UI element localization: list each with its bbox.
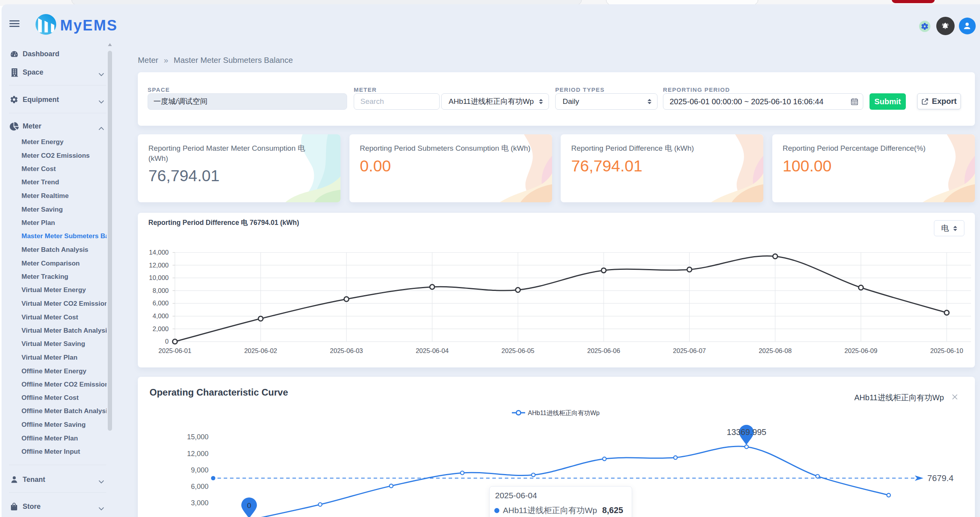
svg-text:2,000: 2,000 [153,325,169,332]
svg-text:9,000: 9,000 [191,466,208,474]
svg-text:10,000: 10,000 [149,274,169,281]
svg-text:2025-06-01: 2025-06-01 [159,347,191,354]
svg-text:2025-06-08: 2025-06-08 [759,347,791,354]
svg-text:0: 0 [165,338,169,345]
svg-text:2025-06-03: 2025-06-03 [330,347,363,354]
svg-text:4,000: 4,000 [153,312,169,319]
svg-text:3,000: 3,000 [191,499,208,507]
svg-text:2025-06-06: 2025-06-06 [587,347,620,354]
svg-text:2025-06-10: 2025-06-10 [930,347,963,354]
svg-text:8,000: 8,000 [153,287,169,294]
svg-text:13369.995: 13369.995 [727,428,766,437]
svg-text:2025-06-07: 2025-06-07 [673,347,706,354]
svg-text:6,000: 6,000 [191,483,208,490]
svg-text:12,000: 12,000 [149,262,169,269]
svg-text:7679.4: 7679.4 [927,473,953,483]
svg-text:14,000: 14,000 [149,249,169,256]
svg-text:15,000: 15,000 [187,433,208,441]
svg-text:2025-06-04: 2025-06-04 [416,347,449,354]
svg-text:2025-06-05: 2025-06-05 [501,347,534,354]
svg-text:2025-06-09: 2025-06-09 [845,347,877,354]
svg-text:6,000: 6,000 [153,300,169,307]
svg-text:12,000: 12,000 [187,450,208,458]
svg-text:2025-06-02: 2025-06-02 [244,347,277,354]
svg-text:0: 0 [247,501,251,510]
